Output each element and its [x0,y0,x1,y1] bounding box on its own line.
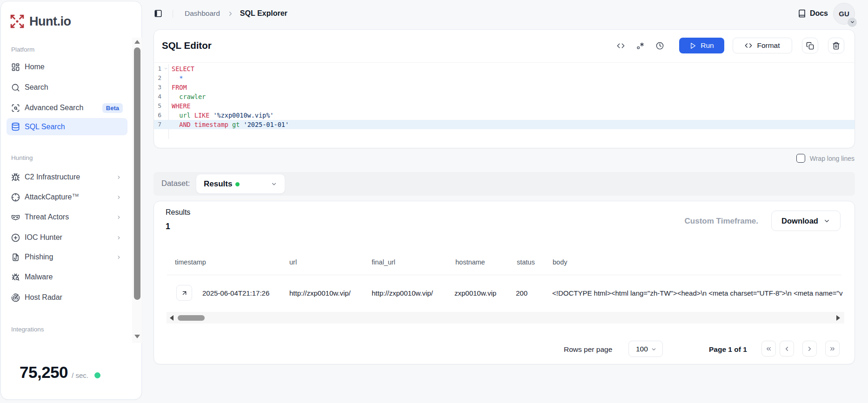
code-line-4[interactable]: 4 crawler [154,92,855,101]
regex-icon[interactable] [636,42,644,50]
line-number: 7 [154,120,168,129]
run-button[interactable]: Run [679,38,724,53]
editor-toolbar: Run Format [617,38,844,53]
sidebar-item-phishing[interactable]: Phishing [7,249,127,265]
results-title: Results [166,208,190,217]
chevron-down-icon [651,346,657,352]
scrollbar-left-arrow[interactable] [170,315,174,321]
book-icon [798,9,806,18]
fold-chevron-icon[interactable] [164,66,168,71]
sidebar-toggle-icon[interactable] [154,9,162,18]
column-header-timestamp[interactable]: timestamp [175,258,206,266]
first-page-button[interactable] [761,341,776,357]
column-header-body[interactable]: body [553,258,567,266]
code-line-5[interactable]: 5WHERE [154,101,855,111]
cell-final-url: http://zxp0010w.vip/ [372,289,433,297]
sidebar-item-search[interactable]: Search [7,79,127,96]
cell-hostname: zxp0010w.vip [454,289,496,297]
cell-url: http://zxp0010w.vip/ [289,289,351,297]
delete-button[interactable] [828,38,844,53]
chevron-down-icon [823,218,830,225]
dataset-select[interactable]: Results [196,174,285,194]
trademark-superscript: TM [72,193,79,198]
history-clock-icon[interactable] [656,42,664,50]
code-line-3[interactable]: 3FROM [154,83,855,92]
play-icon [689,42,696,49]
scrollbar-up-arrow[interactable] [134,40,140,44]
code-icon[interactable] [617,42,625,50]
scrollbar-thumb[interactable] [134,47,140,300]
rows-per-page-value: 100 [636,345,648,353]
scan-search-icon [11,104,20,112]
sidebar-item-threat-actors[interactable]: Threat Actors [7,209,127,225]
code-line-1[interactable]: 1SELECT [154,64,855,73]
section-label-platform: Platform [11,46,34,53]
code-line-2[interactable]: 2 * [154,73,855,83]
chevron-right-icon [116,175,121,180]
brand[interactable]: Hunt.io [9,13,71,29]
line-number: 5 [154,101,168,111]
cell-status: 200 [516,289,527,297]
sidebar-item-host-radar[interactable]: Host Radar [7,289,127,306]
sidebar-item-advanced-search[interactable]: Advanced Search Beta [7,99,127,116]
download-button[interactable]: Download [771,211,841,231]
next-page-button[interactable] [802,341,817,357]
code-editor[interactable]: 1SELECT2 *3FROM4 crawler5WHERE6 url LIKE… [154,62,855,140]
column-header-final-url[interactable]: final_url [372,258,395,266]
sql-editor-title: SQL Editor [162,40,212,51]
wrap-long-lines-control: Wrap long lines [796,154,855,163]
code-lines: 1SELECT2 *3FROM4 crawler5WHERE6 url LIKE… [154,64,855,129]
column-header-hostname[interactable]: hostname [455,258,485,266]
sidebar-item-label: Host Radar [25,293,62,302]
column-header-status[interactable]: status [517,258,535,266]
rate-counter-value: 75,250 [20,363,68,382]
column-header-url[interactable]: url [289,258,297,266]
line-number: 3 [154,83,168,92]
sidebar-item-malware[interactable]: Malware [7,269,127,285]
scrollbar-right-arrow[interactable] [836,315,840,321]
sidebar-item-label: C2 Infrastructure [25,173,80,181]
horizontal-scrollbar-thumb[interactable] [178,315,205,321]
rows-per-page-select[interactable]: 100 [628,341,663,357]
page-indicator: Page 1 of 1 [709,345,747,354]
docs-label: Docs [810,9,828,18]
sidebar-item-label: Home [25,63,45,71]
sidebar-item-c2-infrastructure[interactable]: C2 Infrastructure [7,169,127,185]
expand-row-button[interactable] [176,285,192,301]
line-number: 2 [154,73,168,83]
database-icon [11,122,20,131]
dataset-label: Dataset: [161,179,190,188]
status-dot [94,372,100,378]
bug-icon [11,173,20,182]
last-page-button[interactable] [825,341,840,357]
code-icon [745,42,752,49]
sidebar-item-ioc-hunter[interactable]: IOC Hunter [7,229,127,246]
rows-per-page-label: Rows per page [564,345,612,354]
previous-page-button[interactable] [780,341,794,357]
custom-timeframe-label[interactable]: Custom Timeframe. [685,217,758,226]
trash-icon [832,42,840,50]
user-avatar[interactable]: GU [833,3,855,25]
copy-button[interactable] [802,38,818,53]
rate-counter: 75,250 / sec. [20,363,100,382]
scrollbar-down-arrow[interactable] [134,335,140,338]
sidebar-item-home[interactable]: Home [7,59,127,75]
breadcrumb-dashboard[interactable]: Dashboard [185,9,220,18]
bug-search-icon [11,273,20,282]
dataset-bar: Dataset: Results [154,172,855,196]
horizontal-scrollbar[interactable] [167,312,844,324]
avatar-dropdown-badge[interactable] [848,18,857,27]
code-line-6[interactable]: 6 url LIKE '%zxp0010w.vip%' [154,111,855,120]
wrap-long-lines-checkbox[interactable] [796,154,805,163]
chevron-down-icon [271,181,277,187]
venetian-mask-icon [11,213,20,222]
circle-plus-icon [11,233,20,242]
sidebar: Hunt.io Platform Home Search Advanced Se… [0,1,142,400]
sql-editor-card: SQL Editor Run Format 1SELECT2 *3FROM4 c… [154,29,855,148]
code-line-7[interactable]: 7 AND timestamp gt '2025-01-01' [154,120,855,129]
format-button[interactable]: Format [733,38,792,53]
sidebar-item-sql-search[interactable]: SQL Search [7,118,127,135]
docs-link[interactable]: Docs [798,9,828,18]
cell-body: <!DOCTYPE html><html lang="zh-TW"><head>… [552,289,843,297]
sidebar-item-attackcapture[interactable]: AttackCaptureTM [7,189,127,205]
